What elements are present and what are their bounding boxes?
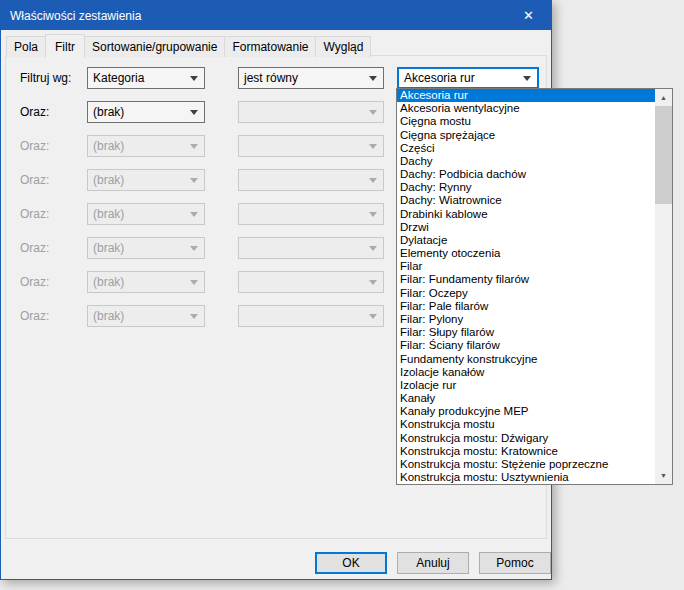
dropdown-item[interactable]: Filar: Pylony xyxy=(397,313,655,326)
chevron-down-icon xyxy=(190,110,198,115)
scroll-up-icon: ▲ xyxy=(660,94,667,101)
dropdown-item[interactable]: Filar: Słupy filarów xyxy=(397,326,655,339)
ok-button[interactable]: OK xyxy=(315,552,387,574)
dropdown-item[interactable]: Dachy xyxy=(397,155,655,168)
field-combo-value: Kategoria xyxy=(88,71,190,85)
tab-sortowanie-grupowanie[interactable]: Sortowanie/grupowanie xyxy=(84,36,225,57)
chevron-down-icon xyxy=(369,314,377,319)
tab-strip: PolaFiltrSortowanie/grupowanieFormatowan… xyxy=(6,34,370,57)
dropdown-item[interactable]: Filar: Ściany filarów xyxy=(397,339,655,352)
help-button[interactable]: Pomoc xyxy=(479,552,551,574)
field-combo-value: (brak) xyxy=(88,241,190,255)
field-combo: (brak) xyxy=(87,135,205,157)
dropdown-item[interactable]: Filar: Fundamenty filarów xyxy=(397,273,655,286)
tab-filtr[interactable]: Filtr xyxy=(45,34,85,58)
field-combo[interactable]: Kategoria xyxy=(87,67,205,89)
dropdown-item[interactable]: Izolacje kanałów xyxy=(397,366,655,379)
field-combo: (brak) xyxy=(87,237,205,259)
field-combo-value: (brak) xyxy=(88,207,190,221)
dropdown-item[interactable]: Konstrukcja mostu: Dźwigary xyxy=(397,431,655,444)
dropdown-items: Akcesoria rurAkcesoria wentylacyjneCięgn… xyxy=(397,89,655,484)
chevron-down-icon xyxy=(523,76,531,81)
operator-combo xyxy=(238,169,384,191)
category-dropdown-list: Akcesoria rurAkcesoria wentylacyjneCięgn… xyxy=(396,88,673,485)
dialog-title: Właściwości zestawienia xyxy=(1,9,506,23)
operator-combo xyxy=(238,305,384,327)
close-button[interactable]: ✕ xyxy=(506,1,551,30)
chevron-down-icon xyxy=(369,178,377,183)
dropdown-item[interactable]: Dachy: Wiatrownice xyxy=(397,194,655,207)
field-combo: (brak) xyxy=(87,305,205,327)
field-combo-value: (brak) xyxy=(88,309,190,323)
filter-row-label: Oraz: xyxy=(20,271,49,293)
chevron-down-icon xyxy=(190,280,198,285)
operator-combo[interactable]: jest równy xyxy=(238,67,384,89)
schedule-properties-dialog: Właściwości zestawienia ✕ PolaFiltrSorto… xyxy=(0,0,552,580)
dropdown-item[interactable]: Drzwi xyxy=(397,221,655,234)
filter-row: Filtruj wg:Kategoriajest równyAkcesoria … xyxy=(6,67,546,89)
chevron-down-icon xyxy=(369,110,377,115)
dropdown-item[interactable]: Filar xyxy=(397,260,655,273)
field-combo: (brak) xyxy=(87,271,205,293)
field-combo-value: (brak) xyxy=(88,105,190,119)
dropdown-item[interactable]: Akcesoria rur xyxy=(397,89,655,102)
chevron-down-icon xyxy=(369,144,377,149)
dropdown-item[interactable]: Cięgna mostu xyxy=(397,115,655,128)
filter-row-label: Oraz: xyxy=(20,135,49,157)
dropdown-item[interactable]: Konstrukcja mostu xyxy=(397,418,655,431)
tab-wygląd[interactable]: Wygląd xyxy=(315,36,371,57)
chevron-down-icon xyxy=(190,212,198,217)
tab-formatowanie[interactable]: Formatowanie xyxy=(224,36,316,57)
chevron-down-icon xyxy=(190,178,198,183)
field-combo-value: (brak) xyxy=(88,139,190,153)
chevron-down-icon xyxy=(190,76,198,81)
dropdown-item[interactable]: Dachy: Rynny xyxy=(397,181,655,194)
chevron-down-icon xyxy=(190,144,198,149)
chevron-down-icon xyxy=(190,314,198,319)
operator-combo xyxy=(238,135,384,157)
dropdown-item[interactable]: Akcesoria wentylacyjne xyxy=(397,102,655,115)
dropdown-scrollbar[interactable]: ▲ ▼ xyxy=(655,89,672,484)
filter-row-label: Oraz: xyxy=(20,203,49,225)
chevron-down-icon xyxy=(369,246,377,251)
tab-pola[interactable]: Pola xyxy=(6,36,46,57)
dropdown-item[interactable]: Cięgna sprężające xyxy=(397,129,655,142)
filter-row-label: Oraz: xyxy=(20,237,49,259)
chevron-down-icon xyxy=(190,246,198,251)
operator-combo xyxy=(238,101,384,123)
operator-combo-value: jest równy xyxy=(239,71,369,85)
dialog-titlebar[interactable]: Właściwości zestawienia ✕ xyxy=(1,1,551,30)
value-combo[interactable]: Akcesoria rur xyxy=(397,67,539,89)
dropdown-item[interactable]: Fundamenty konstrukcyjne xyxy=(397,352,655,365)
dropdown-item[interactable]: Konstrukcja mostu: Stężenie poprzeczne xyxy=(397,458,655,471)
dropdown-item[interactable]: Filar: Pale filarów xyxy=(397,300,655,313)
filter-row-label: Oraz: xyxy=(20,305,49,327)
scroll-thumb[interactable] xyxy=(655,106,672,204)
dropdown-item[interactable]: Elementy otoczenia xyxy=(397,247,655,260)
scroll-up-button[interactable]: ▲ xyxy=(655,89,672,106)
chevron-down-icon xyxy=(369,280,377,285)
chevron-down-icon xyxy=(369,76,377,81)
filter-row-label: Oraz: xyxy=(20,101,49,123)
dropdown-item[interactable]: Części xyxy=(397,142,655,155)
dropdown-item[interactable]: Dachy: Podbicia dachów xyxy=(397,168,655,181)
dropdown-item[interactable]: Konstrukcja mostu: Usztywnienia xyxy=(397,471,655,484)
dropdown-item[interactable]: Izolacje rur xyxy=(397,379,655,392)
filter-row-label: Oraz: xyxy=(20,169,49,191)
dropdown-item[interactable]: Filar: Oczepy xyxy=(397,287,655,300)
field-combo-value: (brak) xyxy=(88,275,190,289)
field-combo-value: (brak) xyxy=(88,173,190,187)
chevron-down-icon xyxy=(369,212,377,217)
scroll-down-icon: ▼ xyxy=(660,472,667,479)
dialog-footer: OK Anuluj Pomoc xyxy=(1,552,553,576)
cancel-button[interactable]: Anuluj xyxy=(397,552,469,574)
dropdown-item[interactable]: Kanały produkcyjne MEP xyxy=(397,405,655,418)
dropdown-item[interactable]: Kanały xyxy=(397,392,655,405)
filter-row-label: Filtruj wg: xyxy=(20,67,71,89)
dropdown-item[interactable]: Konstrukcja mostu: Kratownice xyxy=(397,445,655,458)
dropdown-item[interactable]: Drabinki kablowe xyxy=(397,208,655,221)
scroll-down-button[interactable]: ▼ xyxy=(655,467,672,484)
field-combo[interactable]: (brak) xyxy=(87,101,205,123)
dropdown-item[interactable]: Dylatacje xyxy=(397,234,655,247)
value-combo-value: Akcesoria rur xyxy=(399,71,523,85)
